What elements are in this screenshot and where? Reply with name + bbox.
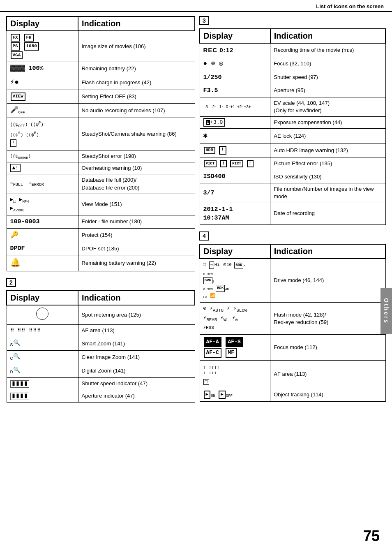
display-cell: ▶ON ▶OFF: [200, 388, 270, 401]
fx-icon: FX: [11, 34, 20, 42]
indication-cell: View Mode (151): [78, 194, 195, 215]
table-row: ▐▌▐▌▐▌▐▌ Aperture indicator (47): [7, 390, 195, 402]
table-row: FX FH PS 1080 VGA Image size of movies (…: [7, 31, 195, 62]
table-row: □ ⇒Hi ⏱10 BRKC0.3EV BRKS0.3EV BRKWBLo 📶 …: [200, 259, 385, 303]
table-row: C🔍 Clear Image Zoom (141): [7, 350, 195, 364]
display-cell: ((ψERROR): [7, 150, 78, 162]
focus-icons: ● ⊚ ◎: [203, 60, 223, 67]
display-cell: □ ⇒Hi ⏱10 BRKC0.3EV BRKS0.3EV BRKWBLo 📶: [200, 259, 270, 303]
indication-cell: Overheating warning (10): [78, 162, 195, 174]
table-row: ▲! Overheating warning (10): [7, 162, 195, 174]
protect-icon: 🔑: [10, 231, 18, 239]
indication-cell: Aperture (95): [270, 84, 385, 97]
section1-display-header: Display: [7, 16, 78, 31]
indication-cell: DPOF set (185): [78, 242, 195, 255]
display-cell: ▐▌▐▌▐▌▐▌: [7, 390, 78, 402]
table-row: Spot metering area (125): [7, 305, 195, 325]
display-cell: D🔍: [7, 364, 78, 377]
table-row: HDR ! Auto HDR image warning (132): [200, 143, 385, 157]
table-row: DPOF DPOF set (185): [7, 242, 195, 255]
database-error-icon: ≡ERROR: [29, 180, 44, 186]
display-cell: ISO400: [200, 170, 270, 183]
indication-cell: Remaining battery (22): [78, 62, 195, 75]
indication-cell: SteadyShot error (198): [78, 150, 195, 162]
indication-cell: Shutter speed indicator (47): [78, 377, 195, 390]
section4-indication-header: Indication: [270, 244, 385, 259]
table-row: ▓▓▓▓ 100% Remaining battery (22): [7, 62, 195, 75]
section4-display-header: Display: [200, 244, 270, 259]
table-row: ● ⊚ ◎ Focus (32, 110): [200, 57, 385, 71]
section1-indication-header: Indication: [78, 16, 195, 31]
section3-indication-header: Indication: [270, 29, 385, 43]
table-row: AF-A AF-S AF-C MF Focus mode (112): [200, 335, 385, 361]
section3-table: Display Indication REC 0:12 Recording ti…: [199, 28, 386, 225]
indication-cell: Focus mode (112): [270, 335, 385, 361]
indication-cell: Flash mode (42, 128)/Red-eye reduction (…: [270, 303, 385, 335]
indication-cell: No audio recording of movies (107): [78, 103, 195, 118]
hdr-icon: HDR !: [203, 147, 227, 153]
header-title: List of icons on the screen: [316, 3, 384, 9]
display-cell: ● ⊚ ◎: [200, 57, 270, 71]
ev-scale-icon: -3·-2·-1·-0·+1·+2·+3+: [203, 105, 251, 109]
main-content: Display Indication FX FH PS 1080 VGA Ima…: [0, 12, 392, 413]
table-row: ⚡● Flash charge in progress (42): [7, 75, 195, 90]
display-cell: DPOF: [7, 242, 78, 255]
af-area-display-icons: ┌ ┌┌┌┌ └ ┴┴┴ □: [203, 364, 220, 384]
flash-charge-icon: ⚡●: [10, 78, 19, 86]
battery-warning-icon: 🔔: [10, 258, 21, 268]
table-row: 1/250 Shutter speed (97): [200, 71, 385, 84]
view-icon: VIEW: [11, 93, 25, 100]
others-tab: Others: [380, 288, 392, 334]
view-mode-icons: ▶□ ▶MP4▶AVCHD: [10, 197, 29, 211]
display-cell: ▓▓▓▓ 100%: [7, 62, 78, 75]
section2-indication-header: Indication: [78, 291, 195, 305]
table-row: ISO400 ISO sensitivity (130): [200, 170, 385, 183]
display-cell: ⊙ ⚡AUTO ⚡ ⚡SLOW ⚡REAR ⚡WL ⚡⊙ ⚡HSS: [200, 303, 270, 335]
af-c-icon: AF-C: [204, 348, 221, 358]
left-column: Display Indication FX FH PS 1080 VGA Ima…: [6, 16, 195, 409]
overheat-icon: ▲!: [10, 164, 21, 172]
section2-table: Display Indication Spot metering area (1…: [6, 290, 195, 403]
display-cell: ▶□ ▶MP4▶AVCHD: [7, 194, 78, 215]
table-row: ⊙ ⚡AUTO ⚡ ⚡SLOW ⚡REAR ⚡WL ⚡⊙ ⚡HSS Flash …: [200, 303, 385, 335]
display-cell: ⚡●: [7, 75, 78, 90]
page-number: 75: [363, 528, 380, 545]
table-row: REC 0:12 Recording time of the movie (m:…: [200, 43, 385, 57]
aperture-indicator-icon: ▐▌▐▌▐▌▐▌: [10, 393, 29, 400]
database-full-icon: ≡FULL: [10, 180, 23, 186]
indication-cell: Clear Image Zoom (141): [78, 350, 195, 364]
table-row: ┌ ┌┌┌┌ └ ┴┴┴ □ AF area (113): [200, 361, 385, 388]
indication-cell: Focus (32, 110): [270, 57, 385, 71]
display-cell: ▲!: [7, 162, 78, 174]
section3-display-header: Display: [200, 29, 270, 43]
indication-cell: Remaining battery warning (22): [78, 255, 195, 271]
indication-cell: Drive mode (46, 144): [270, 259, 385, 303]
table-row: ▶ON ▶OFF Object tracking (114): [200, 388, 385, 401]
indication-cell: AF area (113): [270, 361, 385, 388]
page-header: List of icons on the screen: [0, 0, 392, 12]
display-cell: ▐▌▐▌▐▌▐▌: [7, 377, 78, 390]
display-cell: -3·-2·-1·-0·+1·+2·+3+: [200, 97, 270, 116]
table-row: S🔍 Smart Zoom (141): [7, 337, 195, 350]
vga-icon: VGA: [11, 51, 23, 59]
table-row: F3.5 Aperture (95): [200, 84, 385, 97]
display-cell: ±+3.0: [200, 116, 270, 128]
indication-cell: SteadyShot/Camera shake warning (86): [78, 118, 195, 150]
indication-cell: File number/Number of images in the view…: [270, 183, 385, 203]
display-cell: FX FH PS 1080 VGA: [7, 31, 78, 62]
indication-cell: Shutter speed (97): [270, 71, 385, 84]
clear-zoom-icon: C🔍: [10, 353, 20, 360]
indication-cell: Spot metering area (125): [78, 305, 195, 325]
steadyshot-icons: ((ψOFF) ((ψP) ((ψS) ((ψE) !: [10, 122, 44, 146]
indication-cell: Auto HDR image warning (132): [270, 143, 385, 157]
indication-cell: AF area (113): [78, 325, 195, 337]
af-area-icon: ⠿ ⠿⠿ ⠿⠿⠿: [10, 327, 42, 333]
section3-label: 3: [199, 16, 386, 27]
ev-comp-icon: ±+3.0: [203, 118, 226, 127]
table-row: ±+3.0 Exposure compensation (44): [200, 116, 385, 128]
display-cell: AF-A AF-S AF-C MF: [200, 335, 270, 361]
display-cell: 3/7: [200, 183, 270, 203]
table-row: 2012-1-110:37AM Date of recording: [200, 203, 385, 224]
display-cell: 1/250: [200, 71, 270, 84]
digital-zoom-icon: D🔍: [10, 367, 20, 373]
